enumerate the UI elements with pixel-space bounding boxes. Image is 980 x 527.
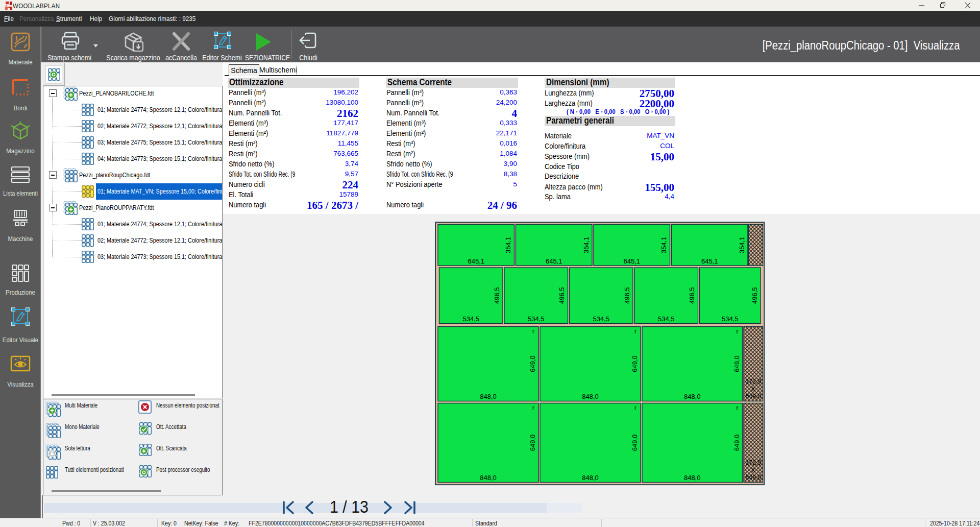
svg-text:848,0: 848,0 xyxy=(480,474,497,482)
svg-text:r: r xyxy=(737,404,739,412)
svg-text:649,0: 649,0 xyxy=(733,355,741,372)
svg-text:848,0: 848,0 xyxy=(582,474,599,482)
svg-text:649,0: 649,0 xyxy=(631,355,639,372)
svg-text:649,0: 649,0 xyxy=(745,474,761,481)
svg-text:534,5: 534,5 xyxy=(658,315,675,323)
svg-text:496,5: 496,5 xyxy=(623,288,631,304)
svg-text:r: r xyxy=(737,328,739,335)
svg-text:354,1: 354,1 xyxy=(738,237,746,254)
svg-text:x: x xyxy=(752,385,755,392)
svg-text:172,9: 172,9 xyxy=(745,459,761,466)
svg-text:172,9: 172,9 xyxy=(745,378,761,385)
svg-text:496,5: 496,5 xyxy=(689,288,696,304)
svg-text:645,1: 645,1 xyxy=(546,257,562,265)
svg-text:848,0: 848,0 xyxy=(480,393,497,400)
svg-text:534,5: 534,5 xyxy=(722,315,739,323)
svg-text:649,0: 649,0 xyxy=(733,435,741,451)
svg-text:354,1: 354,1 xyxy=(660,237,668,254)
svg-text:649,0: 649,0 xyxy=(745,393,761,400)
svg-text:496,5: 496,5 xyxy=(493,288,501,304)
svg-text:848,0: 848,0 xyxy=(684,393,701,400)
svg-text:x: x xyxy=(752,466,755,473)
svg-text:354,1: 354,1 xyxy=(505,237,512,254)
svg-text:534,5: 534,5 xyxy=(463,315,480,323)
svg-text:r: r xyxy=(634,404,636,412)
svg-text:645,1: 645,1 xyxy=(468,257,485,265)
svg-text:354,1: 354,1 xyxy=(582,237,590,254)
svg-text:496,5: 496,5 xyxy=(751,288,758,304)
svg-text:649,0: 649,0 xyxy=(529,355,536,372)
svg-text:649,0: 649,0 xyxy=(631,435,639,451)
svg-text:534,5: 534,5 xyxy=(593,315,610,323)
svg-text:848,0: 848,0 xyxy=(684,474,701,482)
svg-text:r: r xyxy=(634,328,636,335)
svg-text:649,0: 649,0 xyxy=(529,435,536,451)
svg-text:645,1: 645,1 xyxy=(624,257,641,265)
svg-text:r: r xyxy=(532,404,534,412)
svg-text:534,5: 534,5 xyxy=(528,315,545,323)
svg-text:496,5: 496,5 xyxy=(558,288,566,304)
svg-text:r: r xyxy=(532,328,534,335)
svg-text:645,1: 645,1 xyxy=(701,257,718,265)
svg-text:848,0: 848,0 xyxy=(582,393,599,400)
